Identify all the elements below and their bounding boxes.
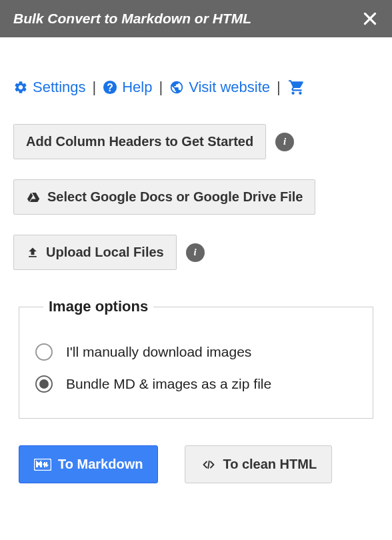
- gear-icon: [13, 80, 28, 95]
- drive-icon: [26, 191, 41, 204]
- add-column-headers-button[interactable]: Add Column Headers to Get Started: [13, 124, 266, 159]
- dialog-content: Settings | ? Help | Visit website | Add …: [0, 37, 392, 501]
- globe-icon: [169, 80, 184, 95]
- upload-local-files-button[interactable]: Upload Local Files: [13, 235, 177, 270]
- cart-link[interactable]: [287, 79, 306, 96]
- radio-manual[interactable]: [35, 343, 53, 361]
- select-drive-row: Select Google Docs or Google Drive File: [13, 179, 379, 215]
- visit-website-link[interactable]: Visit website: [169, 79, 270, 96]
- to-markdown-button[interactable]: To Markdown: [19, 445, 158, 483]
- separator: |: [277, 79, 281, 96]
- image-options-fieldset: Image options I'll manually download ima…: [19, 298, 373, 419]
- to-html-button[interactable]: To clean HTML: [185, 445, 332, 483]
- upload-local-row: Upload Local Files i: [13, 235, 379, 270]
- close-icon: [361, 10, 379, 27]
- help-link-label: Help: [122, 79, 152, 96]
- image-options-legend: Image options: [43, 298, 153, 315]
- code-icon: [200, 459, 217, 471]
- to-html-label: To clean HTML: [223, 457, 317, 472]
- add-column-headers-label: Add Column Headers to Get Started: [26, 134, 253, 149]
- upload-local-files-label: Upload Local Files: [46, 245, 164, 260]
- to-markdown-label: To Markdown: [58, 457, 143, 472]
- links-row: Settings | ? Help | Visit website |: [13, 79, 379, 96]
- separator: |: [159, 79, 163, 96]
- action-row: To Markdown To clean HTML: [13, 445, 379, 483]
- svg-line-5: [209, 461, 210, 468]
- cart-icon: [287, 79, 306, 96]
- markdown-icon: [34, 459, 51, 471]
- visit-website-link-label: Visit website: [189, 79, 270, 96]
- radio-bundle[interactable]: [35, 375, 53, 393]
- upload-icon: [26, 246, 39, 259]
- dialog-title: Bulk Convert to Markdown or HTML: [13, 11, 251, 27]
- select-google-drive-button[interactable]: Select Google Docs or Google Drive File: [13, 179, 315, 215]
- info-icon[interactable]: i: [186, 243, 205, 262]
- settings-link-label: Settings: [33, 79, 86, 96]
- dialog-header: Bulk Convert to Markdown or HTML: [0, 0, 392, 37]
- radio-bundle-row[interactable]: Bundle MD & images as a zip file: [35, 375, 357, 393]
- select-google-drive-label: Select Google Docs or Google Drive File: [47, 189, 303, 205]
- separator: |: [93, 79, 97, 96]
- help-link[interactable]: ? Help: [103, 79, 152, 96]
- help-icon: ?: [103, 80, 117, 95]
- settings-link[interactable]: Settings: [13, 79, 86, 96]
- radio-bundle-label: Bundle MD & images as a zip file: [66, 376, 271, 392]
- radio-dot-icon: [39, 379, 49, 389]
- radio-manual-row[interactable]: I'll manually download images: [35, 343, 357, 361]
- info-icon[interactable]: i: [275, 133, 294, 151]
- radio-manual-label: I'll manually download images: [66, 344, 251, 360]
- add-headers-row: Add Column Headers to Get Started i: [13, 124, 379, 159]
- svg-text:?: ?: [107, 82, 113, 93]
- close-button[interactable]: [361, 10, 379, 27]
